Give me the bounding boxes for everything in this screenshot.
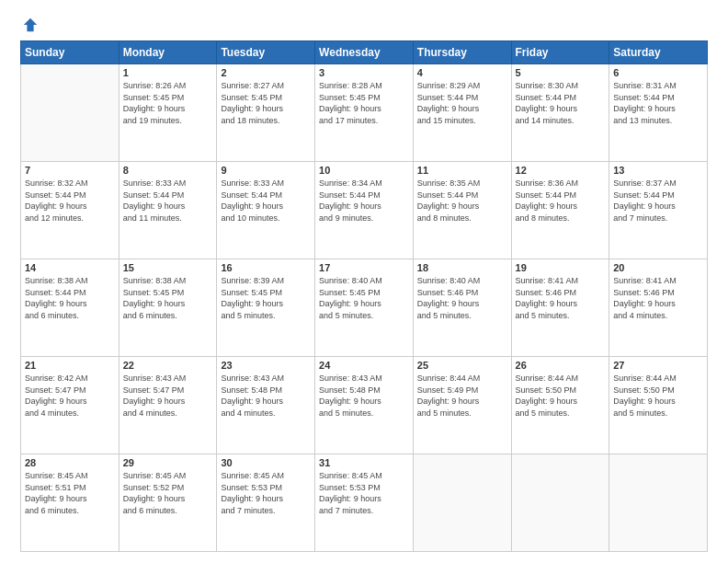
day-number: 25 — [417, 360, 507, 371]
day-number: 2 — [221, 67, 311, 78]
day-number: 18 — [417, 262, 507, 273]
day-number: 15 — [123, 262, 213, 273]
calendar-cell: 29Sunrise: 8:45 AM Sunset: 5:52 PM Dayli… — [119, 454, 217, 552]
day-info: Sunrise: 8:29 AM Sunset: 5:44 PM Dayligh… — [417, 80, 507, 126]
calendar-cell: 9Sunrise: 8:33 AM Sunset: 5:44 PM Daylig… — [217, 162, 315, 259]
calendar-cell: 15Sunrise: 8:38 AM Sunset: 5:45 PM Dayli… — [119, 259, 217, 357]
day-number: 30 — [221, 457, 311, 468]
calendar-header-row: SundayMondayTuesdayWednesdayThursdayFrid… — [21, 41, 708, 64]
day-number: 3 — [319, 67, 409, 78]
day-number: 5 — [516, 67, 606, 78]
calendar-cell: 24Sunrise: 8:43 AM Sunset: 5:48 PM Dayli… — [315, 357, 414, 454]
day-info: Sunrise: 8:44 AM Sunset: 5:50 PM Dayligh… — [516, 373, 606, 419]
day-info: Sunrise: 8:36 AM Sunset: 5:44 PM Dayligh… — [516, 178, 606, 224]
day-number: 31 — [319, 457, 409, 468]
day-info: Sunrise: 8:32 AM Sunset: 5:44 PM Dayligh… — [25, 178, 115, 224]
calendar-week-4: 21Sunrise: 8:42 AM Sunset: 5:47 PM Dayli… — [21, 357, 708, 454]
day-number: 4 — [417, 67, 507, 78]
calendar-cell: 31Sunrise: 8:45 AM Sunset: 5:53 PM Dayli… — [315, 454, 414, 552]
calendar-cell — [413, 454, 511, 552]
calendar-cell: 10Sunrise: 8:34 AM Sunset: 5:44 PM Dayli… — [315, 162, 414, 259]
logo — [20, 17, 39, 33]
header — [20, 17, 708, 33]
day-info: Sunrise: 8:45 AM Sunset: 5:52 PM Dayligh… — [123, 470, 213, 516]
calendar-cell: 26Sunrise: 8:44 AM Sunset: 5:50 PM Dayli… — [511, 357, 609, 454]
day-info: Sunrise: 8:26 AM Sunset: 5:45 PM Dayligh… — [123, 80, 213, 126]
calendar-week-1: 1Sunrise: 8:26 AM Sunset: 5:45 PM Daylig… — [21, 64, 708, 162]
svg-marker-0 — [24, 18, 37, 31]
calendar-cell: 1Sunrise: 8:26 AM Sunset: 5:45 PM Daylig… — [119, 64, 217, 162]
day-number: 13 — [613, 165, 703, 176]
day-info: Sunrise: 8:31 AM Sunset: 5:44 PM Dayligh… — [613, 80, 703, 126]
day-number: 23 — [221, 360, 311, 371]
calendar: SundayMondayTuesdayWednesdayThursdayFrid… — [20, 40, 708, 552]
day-info: Sunrise: 8:43 AM Sunset: 5:47 PM Dayligh… — [123, 373, 213, 419]
calendar-cell: 6Sunrise: 8:31 AM Sunset: 5:44 PM Daylig… — [609, 64, 708, 162]
calendar-week-2: 7Sunrise: 8:32 AM Sunset: 5:44 PM Daylig… — [21, 162, 708, 259]
calendar-header-wednesday: Wednesday — [315, 41, 414, 64]
calendar-cell: 11Sunrise: 8:35 AM Sunset: 5:44 PM Dayli… — [413, 162, 511, 259]
day-info: Sunrise: 8:41 AM Sunset: 5:46 PM Dayligh… — [516, 275, 606, 321]
day-number: 17 — [319, 262, 409, 273]
calendar-header-monday: Monday — [119, 41, 217, 64]
day-number: 9 — [221, 165, 311, 176]
calendar-cell: 2Sunrise: 8:27 AM Sunset: 5:45 PM Daylig… — [217, 64, 315, 162]
day-info: Sunrise: 8:43 AM Sunset: 5:48 PM Dayligh… — [319, 373, 409, 419]
calendar-cell: 14Sunrise: 8:38 AM Sunset: 5:44 PM Dayli… — [21, 259, 119, 357]
day-info: Sunrise: 8:33 AM Sunset: 5:44 PM Dayligh… — [123, 178, 213, 224]
calendar-cell: 18Sunrise: 8:40 AM Sunset: 5:46 PM Dayli… — [413, 259, 511, 357]
day-info: Sunrise: 8:44 AM Sunset: 5:50 PM Dayligh… — [613, 373, 703, 419]
calendar-header-saturday: Saturday — [609, 41, 708, 64]
day-number: 24 — [319, 360, 409, 371]
calendar-cell — [511, 454, 609, 552]
day-number: 22 — [123, 360, 213, 371]
calendar-cell: 3Sunrise: 8:28 AM Sunset: 5:45 PM Daylig… — [315, 64, 414, 162]
calendar-header-friday: Friday — [511, 41, 609, 64]
page: SundayMondayTuesdayWednesdayThursdayFrid… — [0, 0, 728, 563]
day-number: 1 — [123, 67, 213, 78]
day-info: Sunrise: 8:30 AM Sunset: 5:44 PM Dayligh… — [516, 80, 606, 126]
day-info: Sunrise: 8:34 AM Sunset: 5:44 PM Dayligh… — [319, 178, 409, 224]
day-info: Sunrise: 8:42 AM Sunset: 5:47 PM Dayligh… — [25, 373, 115, 419]
day-number: 14 — [25, 262, 115, 273]
calendar-cell: 4Sunrise: 8:29 AM Sunset: 5:44 PM Daylig… — [413, 64, 511, 162]
calendar-cell: 30Sunrise: 8:45 AM Sunset: 5:53 PM Dayli… — [217, 454, 315, 552]
calendar-cell: 19Sunrise: 8:41 AM Sunset: 5:46 PM Dayli… — [511, 259, 609, 357]
calendar-header-sunday: Sunday — [21, 41, 119, 64]
day-info: Sunrise: 8:33 AM Sunset: 5:44 PM Dayligh… — [221, 178, 311, 224]
calendar-cell: 28Sunrise: 8:45 AM Sunset: 5:51 PM Dayli… — [21, 454, 119, 552]
calendar-cell: 16Sunrise: 8:39 AM Sunset: 5:45 PM Dayli… — [217, 259, 315, 357]
calendar-header-tuesday: Tuesday — [217, 41, 315, 64]
calendar-week-3: 14Sunrise: 8:38 AM Sunset: 5:44 PM Dayli… — [21, 259, 708, 357]
calendar-cell: 7Sunrise: 8:32 AM Sunset: 5:44 PM Daylig… — [21, 162, 119, 259]
day-info: Sunrise: 8:38 AM Sunset: 5:45 PM Dayligh… — [123, 275, 213, 321]
day-number: 10 — [319, 165, 409, 176]
day-number: 8 — [123, 165, 213, 176]
day-number: 11 — [417, 165, 507, 176]
calendar-cell — [21, 64, 119, 162]
day-number: 27 — [613, 360, 703, 371]
day-number: 29 — [123, 457, 213, 468]
day-info: Sunrise: 8:28 AM Sunset: 5:45 PM Dayligh… — [319, 80, 409, 126]
day-info: Sunrise: 8:41 AM Sunset: 5:46 PM Dayligh… — [613, 275, 703, 321]
day-number: 16 — [221, 262, 311, 273]
logo-icon — [22, 17, 39, 33]
day-info: Sunrise: 8:38 AM Sunset: 5:44 PM Dayligh… — [25, 275, 115, 321]
calendar-cell: 13Sunrise: 8:37 AM Sunset: 5:44 PM Dayli… — [609, 162, 708, 259]
day-number: 7 — [25, 165, 115, 176]
calendar-cell: 25Sunrise: 8:44 AM Sunset: 5:49 PM Dayli… — [413, 357, 511, 454]
calendar-cell — [609, 454, 708, 552]
day-number: 26 — [516, 360, 606, 371]
day-info: Sunrise: 8:40 AM Sunset: 5:45 PM Dayligh… — [319, 275, 409, 321]
day-info: Sunrise: 8:39 AM Sunset: 5:45 PM Dayligh… — [221, 275, 311, 321]
calendar-cell: 23Sunrise: 8:43 AM Sunset: 5:48 PM Dayli… — [217, 357, 315, 454]
day-number: 19 — [516, 262, 606, 273]
calendar-cell: 27Sunrise: 8:44 AM Sunset: 5:50 PM Dayli… — [609, 357, 708, 454]
calendar-week-5: 28Sunrise: 8:45 AM Sunset: 5:51 PM Dayli… — [21, 454, 708, 552]
day-number: 12 — [516, 165, 606, 176]
day-info: Sunrise: 8:35 AM Sunset: 5:44 PM Dayligh… — [417, 178, 507, 224]
calendar-cell: 17Sunrise: 8:40 AM Sunset: 5:45 PM Dayli… — [315, 259, 414, 357]
day-info: Sunrise: 8:27 AM Sunset: 5:45 PM Dayligh… — [221, 80, 311, 126]
day-info: Sunrise: 8:40 AM Sunset: 5:46 PM Dayligh… — [417, 275, 507, 321]
calendar-cell: 22Sunrise: 8:43 AM Sunset: 5:47 PM Dayli… — [119, 357, 217, 454]
